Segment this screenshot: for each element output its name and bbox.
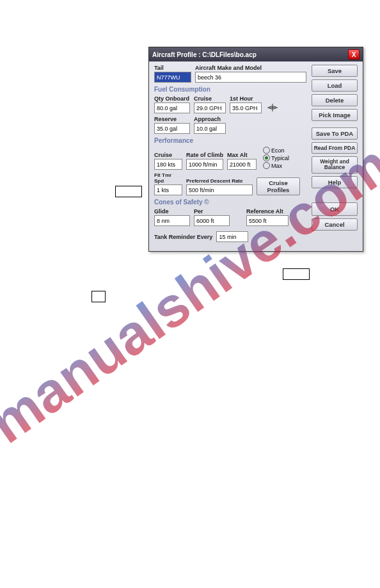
glide-input[interactable]: 8 nm bbox=[154, 215, 190, 226]
close-icon[interactable]: X bbox=[348, 49, 360, 60]
perf-cruise-label: Cruise bbox=[154, 152, 182, 158]
max-label: Max bbox=[271, 163, 282, 169]
qty-input[interactable]: 80.0 gal bbox=[154, 102, 190, 113]
tail-input[interactable]: N777WU bbox=[154, 72, 191, 83]
fuel-group-label: Fuel Consumption bbox=[154, 86, 306, 93]
cruise-profiles-button[interactable]: Cruise Profiles bbox=[257, 177, 300, 195]
perf-cruise-input[interactable]: 180 kts bbox=[154, 159, 182, 170]
per-input[interactable]: 6000 ft bbox=[194, 215, 230, 226]
reserve-input[interactable]: 35.0 gal bbox=[154, 123, 190, 134]
ref-alt-label: Reference Alt bbox=[246, 208, 289, 215]
make-label: Aircraft Make and Model bbox=[195, 65, 306, 71]
performance-group-label: Performance bbox=[154, 137, 306, 144]
dialog-title: Aircraft Profile : C:\DLFiles\bo.acp bbox=[152, 51, 257, 58]
placeholder-box bbox=[115, 186, 142, 197]
weight-balance-button[interactable]: Weight and Balance bbox=[312, 156, 358, 174]
cancel-button[interactable]: Cancel bbox=[312, 218, 358, 231]
roc-input[interactable]: 1000 ft/min bbox=[186, 159, 223, 170]
cones-group-label: Cones of Safety © bbox=[154, 199, 306, 206]
econ-label: Econ bbox=[271, 147, 285, 154]
cruise-fuel-input[interactable]: 29.0 GPH bbox=[194, 102, 226, 113]
reserve-label: Reserve bbox=[154, 116, 190, 122]
aircraft-icon bbox=[265, 102, 280, 113]
maxalt-input[interactable]: 21000 ft bbox=[227, 159, 257, 170]
roc-label: Rate of Climb bbox=[186, 152, 223, 158]
approach-input[interactable]: 10.0 gal bbox=[194, 123, 226, 134]
first-hour-input[interactable]: 35.0 GPH bbox=[230, 102, 262, 113]
placeholder-box bbox=[91, 291, 106, 302]
descent-input[interactable]: 500 ft/min bbox=[186, 184, 253, 195]
flttmr-label: Flt Tmr Spd bbox=[154, 172, 182, 184]
help-button[interactable]: Help bbox=[312, 176, 358, 188]
aircraft-profile-dialog: Aircraft Profile : C:\DLFiles\bo.acp X T… bbox=[148, 47, 363, 252]
qty-label: Qty Onboard bbox=[154, 95, 190, 102]
load-button[interactable]: Load bbox=[312, 79, 358, 92]
maxalt-label: Max Alt bbox=[227, 152, 257, 158]
save-button[interactable]: Save bbox=[312, 65, 358, 77]
make-input[interactable]: beech 36 bbox=[195, 72, 306, 83]
per-label: Per bbox=[194, 208, 230, 215]
descent-label: Preferred Descent Rate bbox=[186, 178, 253, 184]
ref-alt-input[interactable]: 5500 ft bbox=[246, 215, 289, 226]
save-to-pda-button[interactable]: Save To PDA bbox=[312, 127, 358, 140]
glide-label: Glide bbox=[154, 208, 190, 215]
flttmr-input[interactable]: 1 kts bbox=[154, 184, 182, 195]
titlebar: Aircraft Profile : C:\DLFiles\bo.acp X bbox=[149, 47, 363, 61]
approach-label: Approach bbox=[194, 116, 226, 122]
typical-radio[interactable]: Typical bbox=[263, 154, 289, 161]
econ-radio[interactable]: Econ bbox=[263, 147, 289, 154]
cruise-fuel-label: Cruise bbox=[194, 95, 226, 102]
delete-button[interactable]: Delete bbox=[312, 94, 358, 106]
max-radio[interactable]: Max bbox=[263, 162, 289, 169]
read-from-pda-button[interactable]: Read From PDA bbox=[312, 142, 358, 154]
tail-label: Tail bbox=[154, 65, 191, 71]
tank-reminder-input[interactable]: 15 min bbox=[216, 231, 248, 242]
ok-button[interactable]: OK bbox=[312, 202, 358, 216]
first-hour-label: 1st Hour bbox=[230, 95, 262, 102]
placeholder-box bbox=[283, 268, 310, 280]
typical-label: Typical bbox=[271, 155, 289, 161]
tank-reminder-label: Tank Reminder Every bbox=[154, 234, 212, 240]
pick-image-button[interactable]: Pick Image bbox=[312, 109, 358, 121]
